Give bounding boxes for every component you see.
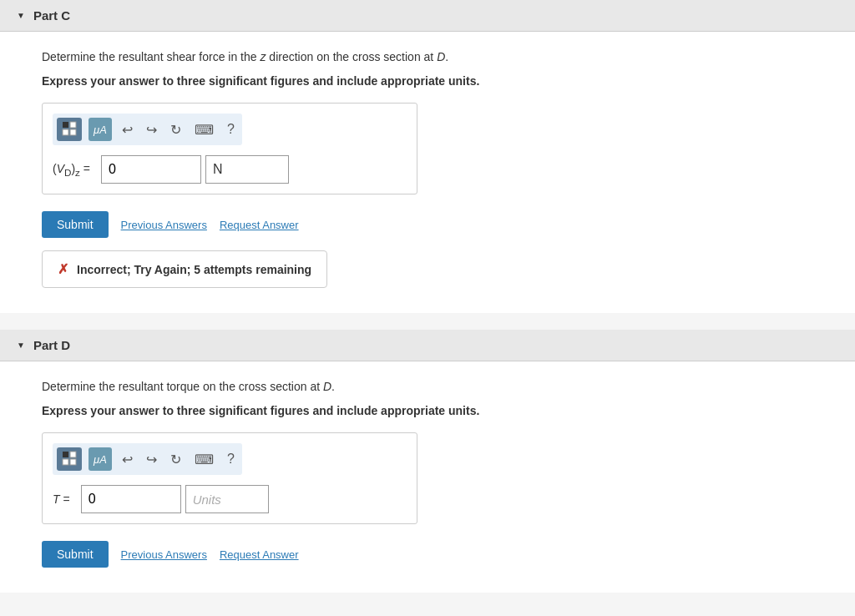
part-d-value-input[interactable] (81, 485, 181, 513)
svg-rect-4 (63, 452, 68, 457)
part-d-math-label: T = (53, 492, 70, 506)
part-d-refresh-button[interactable]: ↻ (167, 450, 185, 469)
part-c-unit-display: N (205, 155, 289, 184)
part-d-body: Determine the resultant torque on the cr… (0, 361, 855, 593)
grid-icon (62, 121, 77, 139)
part-c-unit-value: N (213, 162, 223, 177)
part-c-prev-answers-link[interactable]: Previous Answers (121, 219, 207, 231)
svg-rect-5 (70, 452, 76, 457)
part-c-incorrect-icon: ✗ (58, 261, 68, 277)
part-d-description: Determine the resultant torque on the cr… (42, 378, 830, 396)
part-c-feedback-box: ✗ Incorrect; Try Again; 5 attempts remai… (42, 250, 327, 288)
grid-icon (62, 451, 77, 468)
svg-rect-3 (70, 129, 76, 135)
part-d-collapse-icon[interactable]: ▼ (17, 341, 25, 350)
part-c-undo-button[interactable]: ↩ (119, 120, 136, 139)
part-d-action-row: Submit Previous Answers Request Answer (42, 541, 830, 568)
part-c-description: Determine the resultant shear force in t… (42, 48, 830, 66)
part-c-request-answer-link[interactable]: Request Answer (220, 219, 299, 231)
part-c-title: Part C (33, 8, 70, 23)
part-d-mu-button[interactable]: μΑ (89, 447, 112, 471)
part-c-refresh-button[interactable]: ↻ (167, 120, 185, 139)
part-d-redo-button[interactable]: ↪ (143, 450, 160, 469)
svg-rect-0 (63, 122, 68, 128)
part-c-redo-button[interactable]: ↪ (143, 120, 160, 139)
part-d-unit-input[interactable] (185, 485, 269, 513)
part-c-help-button[interactable]: ? (224, 120, 238, 139)
part-c-instruction: Express your answer to three significant… (42, 73, 830, 90)
part-c-grid-button[interactable] (57, 118, 82, 141)
part-c-header: ▼ Part C (0, 0, 855, 32)
part-c-collapse-icon[interactable]: ▼ (17, 11, 25, 20)
part-c-editor-box: μΑ ↩ ↪ ↻ ⌨ ? (VD)z = N (42, 103, 417, 194)
mu-icon: μΑ (94, 453, 107, 466)
part-d-submit-button[interactable]: Submit (42, 541, 109, 568)
part-d-instruction: Express your answer to three significant… (42, 402, 830, 420)
part-c-action-row: Submit Previous Answers Request Answer (42, 211, 830, 238)
mu-icon: μΑ (94, 124, 107, 136)
part-d-prev-answers-link[interactable]: Previous Answers (121, 548, 207, 561)
part-c-input-row: (VD)z = N (53, 155, 407, 184)
part-c-submit-button[interactable]: Submit (42, 211, 109, 238)
part-c-section: ▼ Part C Determine the resultant shear f… (0, 0, 855, 313)
part-d-request-answer-link[interactable]: Request Answer (220, 548, 299, 561)
part-d-help-button[interactable]: ? (224, 450, 238, 468)
svg-rect-2 (63, 129, 68, 135)
part-c-value-input[interactable] (101, 155, 201, 184)
part-c-mu-button[interactable]: μΑ (89, 118, 112, 141)
part-d-section: ▼ Part D Determine the resultant torque … (0, 330, 855, 593)
part-c-feedback-text: Incorrect; Try Again; 5 attempts remaini… (77, 263, 311, 276)
part-c-math-label: (VD)z = (53, 162, 90, 178)
part-d-toolbar: μΑ ↩ ↪ ↻ ⌨ ? (53, 443, 242, 475)
svg-rect-6 (63, 459, 68, 465)
part-c-body: Determine the resultant shear force in t… (0, 32, 855, 313)
part-d-undo-button[interactable]: ↩ (119, 450, 136, 469)
part-c-toolbar: μΑ ↩ ↪ ↻ ⌨ ? (53, 114, 242, 145)
part-c-keyboard-button[interactable]: ⌨ (191, 120, 217, 139)
part-d-header: ▼ Part D (0, 330, 855, 361)
svg-rect-1 (70, 122, 76, 128)
part-d-editor-box: μΑ ↩ ↪ ↻ ⌨ ? T = (42, 432, 417, 524)
part-d-keyboard-button[interactable]: ⌨ (191, 450, 217, 469)
part-d-input-row: T = (53, 485, 407, 513)
part-d-grid-button[interactable] (57, 447, 82, 471)
part-d-title: Part D (33, 338, 70, 352)
svg-rect-7 (70, 459, 76, 465)
